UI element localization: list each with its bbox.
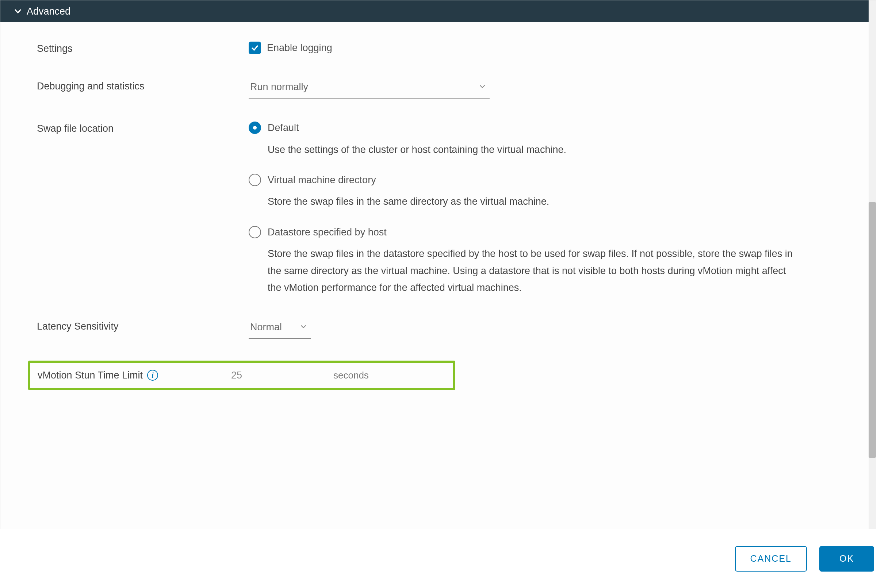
stun-time-input[interactable]: 25 (231, 368, 333, 383)
stun-unit-label: seconds (333, 368, 369, 382)
swap-option-desc: Use the settings of the cluster or host … (268, 141, 801, 158)
scrollbar-track[interactable] (869, 0, 876, 529)
latency-selected-value: Normal (250, 320, 282, 335)
vmotion-stun-row-highlight: vMotion Stun Time Limit i 25 seconds (28, 361, 455, 390)
settings-panel: Advanced Settings Enable logging Debuggi… (0, 0, 876, 529)
modal-footer: CANCEL OK (0, 529, 896, 588)
swap-option-label: Default (268, 120, 299, 136)
enable-logging-checkbox[interactable] (248, 42, 261, 54)
chevron-down-icon (300, 320, 307, 335)
swap-option-desc: Store the swap files in the same directo… (268, 193, 801, 210)
cancel-button[interactable]: CANCEL (735, 546, 807, 571)
debugging-selected-value: Run normally (250, 79, 308, 94)
swap-radio-default[interactable] (248, 122, 261, 134)
debugging-label: Debugging and statistics (37, 78, 248, 94)
info-icon[interactable]: i (147, 370, 158, 381)
swap-radio-datastore[interactable] (248, 226, 261, 238)
debugging-select[interactable]: Run normally (248, 78, 490, 99)
section-header-advanced[interactable]: Advanced (0, 0, 876, 22)
stun-label: vMotion Stun Time Limit (38, 368, 143, 383)
scrollbar-thumb[interactable] (869, 202, 876, 458)
ok-button[interactable]: OK (819, 546, 874, 571)
swap-radio-vm-directory[interactable] (248, 174, 261, 186)
section-title: Advanced (27, 4, 70, 19)
enable-logging-label: Enable logging (267, 41, 332, 55)
swap-radio-group: Default Use the settings of the cluster … (248, 120, 840, 296)
latency-select[interactable]: Normal (248, 318, 311, 339)
swap-option-desc: Store the swap files in the datastore sp… (268, 245, 801, 296)
chevron-down-icon (478, 79, 486, 94)
swap-option-label: Virtual machine directory (268, 173, 376, 187)
swap-label: Swap file location (37, 120, 248, 136)
chevron-down-icon (14, 8, 21, 15)
latency-label: Latency Sensitivity (37, 318, 248, 334)
settings-label: Settings (37, 41, 248, 56)
swap-option-label: Datastore specified by host (268, 225, 387, 240)
